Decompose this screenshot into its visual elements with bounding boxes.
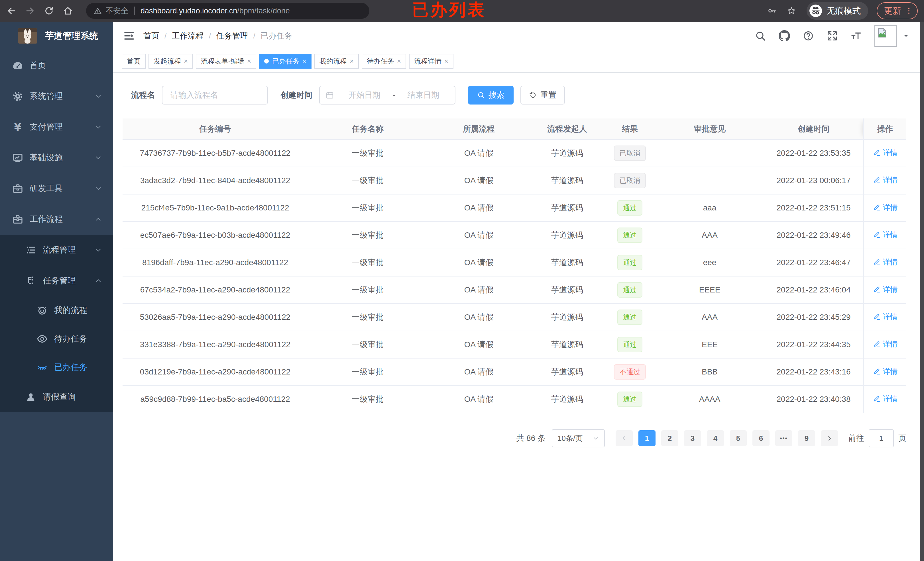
close-tab-icon[interactable]: ×	[247, 57, 251, 65]
sidebar-item-我的流程[interactable]: 我的流程	[0, 296, 113, 325]
detail-button-label: 详情	[883, 367, 898, 377]
browser-update-button[interactable]: 更新	[877, 2, 918, 19]
page-size-value: 10条/页	[558, 434, 582, 443]
tab-label: 我的流程	[320, 57, 347, 66]
column-header-审批意见: 审批意见	[656, 118, 764, 139]
bookmark-star-icon[interactable]	[787, 6, 796, 16]
sidebar-item-研发工具[interactable]: 研发工具	[0, 173, 113, 204]
page-button-4[interactable]: 4	[707, 430, 724, 446]
result-badge: 已取消	[614, 145, 646, 161]
page-button-6[interactable]: 6	[752, 430, 770, 446]
date-range-picker[interactable]: 开始日期 - 结束日期	[319, 86, 456, 105]
sidebar-item-工作流程[interactable]: 工作流程	[0, 204, 113, 235]
url-host: dashboard.yudao.iocoder.cn	[141, 6, 237, 15]
close-tab-icon[interactable]: ×	[444, 57, 448, 65]
page-button-9[interactable]: 9	[798, 430, 815, 446]
cell-create-time: 2022-01-22 23:51:15	[764, 194, 864, 221]
breadcrumb-item-任务管理[interactable]: 任务管理	[216, 30, 248, 41]
cell-starter: 芋道源码	[530, 249, 604, 276]
edit-icon	[873, 313, 880, 321]
browser-scrollbar[interactable]	[920, 22, 924, 561]
browser-forward-icon[interactable]	[25, 6, 35, 16]
tab-已办任务[interactable]: 已办任务×	[259, 54, 312, 69]
sidebar-item-基础设施[interactable]: 基础设施	[0, 142, 113, 173]
close-tab-icon[interactable]: ×	[397, 57, 401, 65]
column-header-所属流程: 所属流程	[428, 118, 530, 139]
detail-button[interactable]: 详情	[873, 257, 898, 267]
refresh-icon	[529, 91, 537, 99]
user-avatar[interactable]	[874, 25, 897, 47]
sidebar-item-首页[interactable]: 首页	[0, 50, 113, 81]
app-logo[interactable]: 芋道管理系统	[0, 22, 113, 50]
detail-button[interactable]: 详情	[873, 394, 898, 404]
help-icon[interactable]	[802, 30, 814, 42]
page-button-1[interactable]: 1	[638, 430, 656, 446]
prev-page-button[interactable]	[616, 430, 633, 446]
cell-task-id: ec507ae6-7b9a-11ec-b03b-acde48001122	[123, 221, 308, 249]
breadcrumb-item-工作流程[interactable]: 工作流程	[172, 30, 204, 41]
detail-button[interactable]: 详情	[873, 284, 898, 295]
edit-icon	[873, 231, 880, 239]
tab-待办任务[interactable]: 待办任务×	[362, 54, 406, 69]
tab-流程详情[interactable]: 流程详情×	[409, 54, 453, 69]
close-tab-icon[interactable]: ×	[350, 57, 354, 65]
sidebar-item-流程管理[interactable]: 流程管理	[0, 235, 113, 265]
font-size-icon[interactable]	[850, 30, 862, 42]
browser-back-icon[interactable]	[6, 6, 16, 16]
page-button-2[interactable]: 2	[661, 430, 678, 446]
search-button[interactable]: 搜索	[468, 86, 514, 105]
browser-reload-icon[interactable]	[44, 6, 54, 16]
eye-closed-icon	[36, 362, 48, 373]
cell-comment: AAA	[656, 221, 764, 249]
detail-button[interactable]: 详情	[873, 230, 898, 240]
cell-task-name: 一级审批	[308, 386, 428, 413]
tab-发起流程[interactable]: 发起流程×	[148, 54, 193, 69]
process-name-input[interactable]	[162, 86, 268, 105]
detail-button[interactable]: 详情	[873, 339, 898, 349]
app-frame: 芋道管理系统 首页系统管理¥支付管理基础设施研发工具工作流程流程管理任务管理我的…	[0, 22, 924, 561]
sidebar-collapse-icon[interactable]	[123, 30, 135, 42]
breadcrumb-item-首页[interactable]: 首页	[143, 30, 159, 41]
browser-menu-dots-icon[interactable]	[904, 6, 913, 15]
table-row: a59c9d88-7b99-11ec-ba5c-acde48001122一级审批…	[123, 386, 906, 413]
search-icon[interactable]	[755, 30, 766, 42]
cell-task-name: 一级审批	[308, 221, 428, 249]
next-page-button[interactable]	[821, 430, 838, 446]
detail-button[interactable]: 详情	[873, 175, 898, 185]
detail-button-label: 详情	[883, 312, 898, 322]
sidebar-item-系统管理[interactable]: 系统管理	[0, 81, 113, 112]
tab-首页[interactable]: 首页	[122, 54, 146, 69]
browser-home-icon[interactable]	[63, 6, 73, 16]
sidebar-item-任务管理[interactable]: 任务管理	[0, 265, 113, 296]
cell-task-name: 一级审批	[308, 249, 428, 276]
key-icon[interactable]	[767, 6, 777, 16]
detail-button-label: 详情	[883, 175, 898, 185]
close-tab-icon[interactable]: ×	[184, 57, 188, 65]
avatar-caret-down-icon[interactable]	[902, 32, 910, 40]
tab-流程表单-编辑[interactable]: 流程表单-编辑×	[196, 54, 256, 69]
reset-button[interactable]: 重置	[520, 86, 565, 105]
github-icon[interactable]	[778, 30, 790, 42]
browser-address-bar[interactable]: 不安全 dashboard.yudao.iocoder.cn/bpm/task/…	[86, 3, 369, 19]
breadcrumb-item-已办任务: 已办任务	[261, 30, 292, 41]
more-pages-button[interactable]: •••	[775, 430, 792, 446]
page-size-select[interactable]: 10条/页	[552, 429, 605, 447]
edit-icon	[873, 395, 880, 402]
close-tab-icon[interactable]: ×	[302, 57, 306, 65]
detail-button[interactable]: 详情	[873, 148, 898, 158]
list-tree-icon	[25, 244, 36, 256]
sidebar-item-请假查询[interactable]: 请假查询	[0, 381, 113, 412]
cell-actions: 详情	[864, 249, 906, 276]
detail-button[interactable]: 详情	[873, 202, 898, 212]
detail-button[interactable]: 详情	[873, 367, 898, 377]
tab-我的流程[interactable]: 我的流程×	[314, 54, 359, 69]
goto-page-input[interactable]	[869, 429, 894, 447]
page-button-3[interactable]: 3	[684, 430, 701, 446]
page-button-5[interactable]: 5	[730, 430, 747, 446]
fullscreen-icon[interactable]	[826, 30, 838, 42]
sidebar-item-已办任务[interactable]: 已办任务	[0, 353, 113, 381]
detail-button[interactable]: 详情	[873, 312, 898, 322]
cell-create-time: 2022-01-22 23:40:38	[764, 386, 864, 413]
sidebar-item-支付管理[interactable]: ¥支付管理	[0, 112, 113, 142]
sidebar-item-待办任务[interactable]: 待办任务	[0, 325, 113, 353]
